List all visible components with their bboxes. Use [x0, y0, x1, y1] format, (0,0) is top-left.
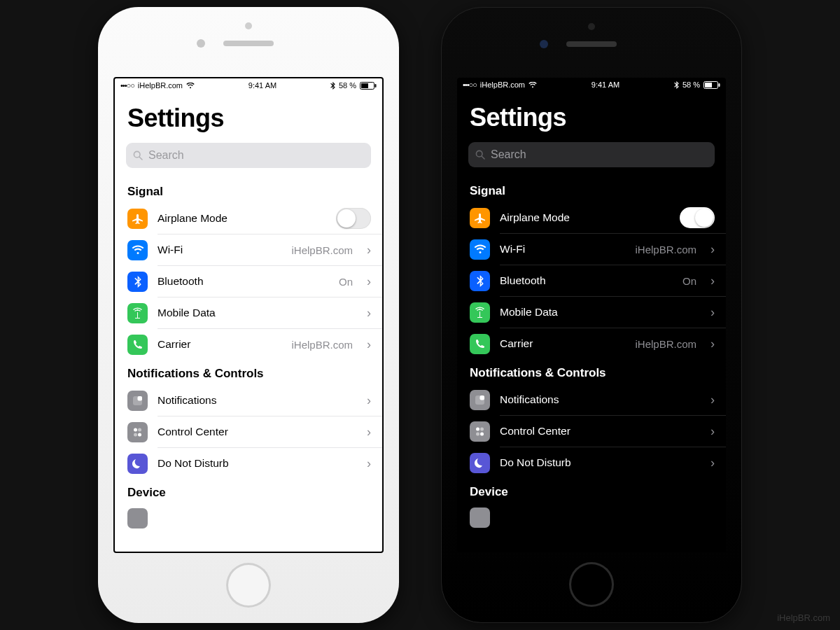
- row-airplane-mode[interactable]: Airplane Mode: [115, 203, 382, 234]
- status-bar: •••○○ iHelpBR.com 9:41 AM 58 %: [115, 78, 382, 91]
- wifi-status-icon: [528, 82, 537, 88]
- chevron-right-icon: ›: [710, 274, 715, 288]
- home-button[interactable]: [569, 562, 614, 607]
- clock: 9:41 AM: [592, 80, 620, 89]
- svg-point-9: [134, 433, 137, 436]
- row-label: Notifications: [500, 393, 696, 406]
- chevron-right-icon: ›: [710, 424, 715, 439]
- row-mobile-data[interactable]: Mobile Data›: [115, 298, 382, 328]
- settings-list-light: SignalAirplane ModeWi-FiiHelpBR.com›Blue…: [115, 178, 382, 528]
- toggle-knob: [337, 209, 356, 227]
- row-label: Airplane Mode: [500, 211, 670, 224]
- phone-dark: •••○○ iHelpBR.com 9:41 AM 58 % Settings: [441, 7, 742, 623]
- section-header-notifications-controls: Notifications & Controls: [115, 360, 382, 385]
- chevron-right-icon: ›: [367, 337, 371, 352]
- phone-light: •••○○ iHelpBR.com 9:41 AM 58 % Settings: [98, 7, 399, 623]
- wifi-icon: [127, 240, 148, 260]
- svg-point-8: [138, 428, 141, 431]
- section-header-device: Device: [115, 479, 382, 504]
- bluetooth-icon: [470, 271, 490, 291]
- svg-line-15: [482, 156, 484, 159]
- svg-point-7: [134, 428, 137, 431]
- row-label: Control Center: [500, 425, 696, 438]
- chevron-right-icon: ›: [367, 274, 371, 289]
- proximity-sensor: [588, 23, 595, 30]
- svg-point-18: [476, 427, 479, 430]
- row-value: iHelpBR.com: [635, 244, 696, 255]
- svg-line-4: [139, 157, 142, 160]
- battery-icon: [360, 82, 377, 90]
- row-label: Mobile Data: [158, 307, 353, 319]
- row-value: iHelpBR.com: [291, 339, 353, 351]
- row-bluetooth[interactable]: BluetoothOn›: [115, 266, 382, 297]
- page-title: Settings: [457, 90, 726, 142]
- row-notifications[interactable]: Notifications›: [457, 384, 726, 415]
- wifi-icon: [470, 239, 490, 260]
- moon-icon: [470, 453, 490, 473]
- home-button[interactable]: [226, 563, 271, 608]
- row-label: Carrier: [500, 337, 625, 350]
- phone-icon: [470, 334, 490, 354]
- row-value: iHelpBR.com: [291, 244, 353, 256]
- toggle-airplane-mode[interactable]: [680, 207, 715, 228]
- search-input[interactable]: Search: [468, 142, 715, 167]
- chevron-right-icon: ›: [367, 393, 371, 408]
- front-camera: [197, 39, 205, 48]
- section-header-notifications-controls: Notifications & Controls: [457, 359, 726, 384]
- row-label: Bluetooth: [500, 274, 673, 287]
- section-header-signal: Signal: [115, 178, 382, 203]
- toggle-airplane-mode[interactable]: [336, 208, 371, 229]
- row-do-not-disturb[interactable]: Do Not Disturb›: [457, 447, 726, 478]
- svg-point-21: [480, 432, 484, 435]
- front-camera: [540, 40, 548, 48]
- row-label: Control Center: [158, 426, 353, 438]
- wifi-status-icon: [186, 83, 195, 89]
- section-header-signal: Signal: [457, 177, 726, 202]
- row-mobile-data[interactable]: Mobile Data›: [457, 297, 726, 328]
- search-input[interactable]: Search: [126, 143, 371, 168]
- row-do-not-disturb[interactable]: Do Not Disturb›: [115, 448, 382, 479]
- clock: 9:41 AM: [248, 81, 276, 90]
- section-header-device: Device: [457, 478, 726, 503]
- svg-rect-6: [138, 396, 143, 401]
- bluetooth-status-icon: [674, 81, 679, 89]
- row-label: Do Not Disturb: [158, 457, 353, 470]
- row-notifications[interactable]: Notifications›: [115, 385, 382, 416]
- chevron-right-icon: ›: [367, 243, 371, 258]
- moon-icon: [127, 454, 148, 474]
- carrier-label: iHelpBR.com: [480, 80, 525, 89]
- row-bluetooth[interactable]: BluetoothOn›: [457, 265, 726, 296]
- battery-pct: 58 %: [682, 80, 700, 89]
- phone-icon: [127, 335, 148, 355]
- notifications-icon: [127, 391, 148, 411]
- svg-rect-13: [719, 83, 720, 87]
- row-airplane-mode[interactable]: Airplane Mode: [457, 202, 726, 233]
- carrier-label: iHelpBR.com: [138, 81, 183, 90]
- row-control-center[interactable]: Control Center›: [457, 416, 726, 447]
- svg-point-19: [480, 427, 484, 430]
- search-icon: [475, 150, 485, 160]
- search-placeholder: Search: [148, 149, 184, 162]
- bluetooth-status-icon: [330, 82, 335, 90]
- status-bar: •••○○ iHelpBR.com 9:41 AM 58 %: [457, 78, 726, 90]
- battery-pct: 58 %: [339, 81, 356, 90]
- svg-rect-2: [375, 84, 377, 88]
- row-wifi[interactable]: Wi-FiiHelpBR.com›: [115, 234, 382, 265]
- toggle-knob: [695, 209, 713, 227]
- svg-point-20: [476, 432, 479, 435]
- row-control-center[interactable]: Control Center›: [115, 416, 382, 447]
- svg-rect-1: [361, 83, 368, 88]
- signal-dots-icon: •••○○: [463, 80, 477, 89]
- screen-dark: •••○○ iHelpBR.com 9:41 AM 58 % Settings: [457, 78, 726, 552]
- row-value: iHelpBR.com: [635, 338, 696, 350]
- row-wifi[interactable]: Wi-FiiHelpBR.com›: [457, 234, 726, 265]
- row-carrier[interactable]: CarrieriHelpBR.com›: [115, 329, 382, 360]
- chevron-right-icon: ›: [367, 456, 371, 471]
- row-carrier[interactable]: CarrieriHelpBR.com›: [457, 328, 726, 359]
- row-label: Do Not Disturb: [500, 456, 696, 469]
- row-label: Notifications: [158, 394, 353, 407]
- control-center-icon: [127, 422, 148, 442]
- chevron-right-icon: ›: [710, 337, 715, 351]
- watermark: iHelpBR.com: [777, 612, 830, 623]
- airplane-icon: [127, 209, 148, 229]
